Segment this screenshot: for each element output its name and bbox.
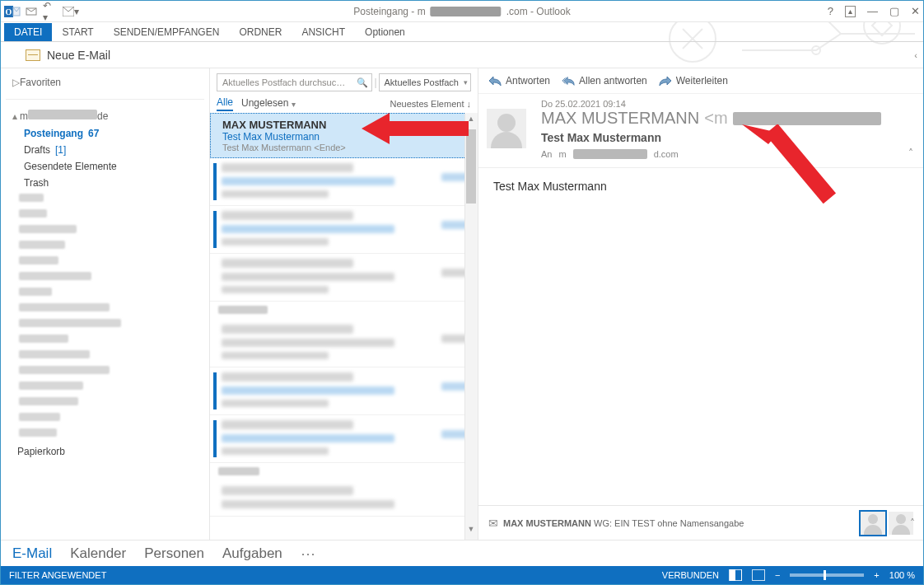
message-list: MAX MUSTERMANN Test Max Mustermann Test … bbox=[210, 113, 478, 540]
scroll-down-icon[interactable]: ▼ bbox=[464, 525, 478, 538]
search-scope-dropdown[interactable]: Aktuelles Postfach bbox=[379, 73, 472, 91]
nav-personen[interactable]: Personen bbox=[144, 545, 204, 562]
qat-mail-icon[interactable]: ▾ bbox=[60, 4, 82, 19]
account-header[interactable]: ▴mde bbox=[1, 105, 209, 125]
new-email-button[interactable]: Neue E-Mail bbox=[17, 45, 119, 65]
nav-email[interactable]: E-Mail bbox=[12, 545, 52, 562]
forward-button[interactable]: Weiterleiten bbox=[659, 75, 728, 87]
tab-optionen[interactable]: Optionen bbox=[355, 23, 415, 41]
new-email-icon bbox=[26, 49, 40, 61]
message-from: MAX MUSTERMANN <m bbox=[541, 109, 913, 128]
newmail-row: Neue E-Mail ‹ bbox=[1, 42, 923, 68]
message-item[interactable] bbox=[210, 254, 478, 302]
nav-kalender[interactable]: Kalender bbox=[70, 545, 126, 562]
message-item[interactable] bbox=[210, 206, 478, 254]
folder-drafts[interactable]: Drafts [1] bbox=[1, 142, 209, 158]
title-bar: O ↶ ▾ ▾ Posteingang - m.com - Outlook ? … bbox=[1, 1, 923, 22]
outlook-logo-icon: O bbox=[4, 4, 21, 19]
ribbon-display-icon[interactable]: ▴ bbox=[845, 6, 856, 17]
svg-rect-11 bbox=[765, 124, 836, 204]
message-item[interactable] bbox=[210, 481, 478, 517]
tab-ansicht[interactable]: ANSICHT bbox=[292, 23, 355, 41]
zoom-out-icon[interactable]: − bbox=[775, 570, 780, 580]
folder-posteingang[interactable]: Posteingang 67 bbox=[1, 125, 209, 142]
status-bar: FILTER ANGEWENDET VERBUNDEN − + 100 % bbox=[1, 566, 923, 584]
zoom-slider[interactable] bbox=[790, 573, 864, 577]
folder-nav-pane: ▷Favoriten ▴mde Posteingang 67 Drafts [1… bbox=[1, 68, 210, 540]
zoom-in-icon[interactable]: + bbox=[874, 570, 879, 580]
nav-aufgaben[interactable]: Aufgaben bbox=[222, 545, 282, 562]
ribbon-tabs: DATEI START SENDEN/EMPFANGEN ORDNER ANSI… bbox=[1, 22, 923, 42]
message-item[interactable] bbox=[210, 320, 478, 367]
undo-icon[interactable]: ↶ ▾ bbox=[42, 4, 57, 19]
app-window: O ↶ ▾ ▾ Posteingang - m.com - Outlook ? … bbox=[0, 0, 924, 585]
tab-ordner[interactable]: ORDNER bbox=[229, 23, 292, 41]
help-icon[interactable]: ? bbox=[828, 5, 833, 17]
message-item[interactable] bbox=[210, 367, 478, 415]
maximize-icon[interactable]: ▢ bbox=[889, 5, 899, 17]
favorites-header[interactable]: ▷Favoriten bbox=[1, 72, 209, 91]
folder-gesendete[interactable]: Gesendete Elemente bbox=[1, 158, 209, 175]
zoom-level: 100 % bbox=[889, 570, 915, 580]
collapse-nav-icon[interactable]: ‹ bbox=[908, 50, 923, 60]
tab-senden[interactable]: SENDEN/EMPFANGEN bbox=[104, 23, 230, 41]
envelope-icon: ✉ bbox=[488, 517, 498, 530]
minimize-icon[interactable]: — bbox=[867, 5, 878, 17]
message-item[interactable] bbox=[210, 415, 478, 463]
message-date: Do 25.02.2021 09:14 bbox=[541, 99, 913, 109]
close-icon[interactable]: ✕ bbox=[911, 5, 920, 17]
message-subject: Test Max Mustermann bbox=[541, 131, 913, 144]
sender-avatar bbox=[487, 109, 526, 148]
status-connection: VERBUNDEN bbox=[662, 570, 719, 580]
reply-button[interactable]: Antworten bbox=[488, 75, 550, 87]
view-normal-icon[interactable] bbox=[729, 569, 742, 581]
folder-trash[interactable]: Trash bbox=[1, 175, 209, 191]
tab-datei[interactable]: DATEI bbox=[4, 23, 52, 41]
people-pane[interactable]: ✉ MAX MUSTERMANN WG: EIN TEST ohne Namen… bbox=[478, 505, 923, 540]
quick-access-toolbar: O ↶ ▾ ▾ bbox=[1, 4, 82, 19]
contact-avatar[interactable] bbox=[861, 512, 885, 535]
tab-start[interactable]: START bbox=[52, 23, 103, 41]
send-receive-icon[interactable] bbox=[24, 4, 39, 19]
svg-text:O: O bbox=[6, 7, 12, 16]
search-icon[interactable]: 🔍 bbox=[357, 77, 368, 88]
annotation-arrow bbox=[742, 124, 857, 223]
message-item[interactable] bbox=[210, 158, 478, 206]
navigation-bar: E-Mail Kalender Personen Aufgaben ⋯ bbox=[1, 540, 923, 566]
view-reading-icon[interactable] bbox=[752, 569, 765, 581]
search-input[interactable]: Aktuelles Postfach durchsuc…🔍 bbox=[217, 73, 372, 91]
reply-all-button[interactable]: Allen antworten bbox=[562, 75, 647, 87]
list-tab-alle[interactable]: Alle bbox=[217, 96, 233, 111]
svg-marker-9 bbox=[362, 113, 469, 144]
header-collapse-icon[interactable]: ˄ bbox=[908, 147, 913, 159]
annotation-arrow bbox=[362, 108, 469, 149]
folder-papierkorb[interactable]: Papierkorb bbox=[1, 443, 209, 460]
status-filter: FILTER ANGEWENDET bbox=[9, 570, 106, 580]
nav-more-icon[interactable]: ⋯ bbox=[301, 545, 317, 563]
list-scrollbar[interactable]: ▲ ▼ bbox=[464, 113, 478, 540]
message-to: An md.com bbox=[541, 149, 913, 159]
people-expand-icon[interactable]: ˄ bbox=[910, 517, 915, 529]
window-title: Posteingang - m.com - Outlook bbox=[353, 6, 570, 17]
list-tab-ungelesen[interactable]: Ungelesen bbox=[241, 97, 288, 110]
